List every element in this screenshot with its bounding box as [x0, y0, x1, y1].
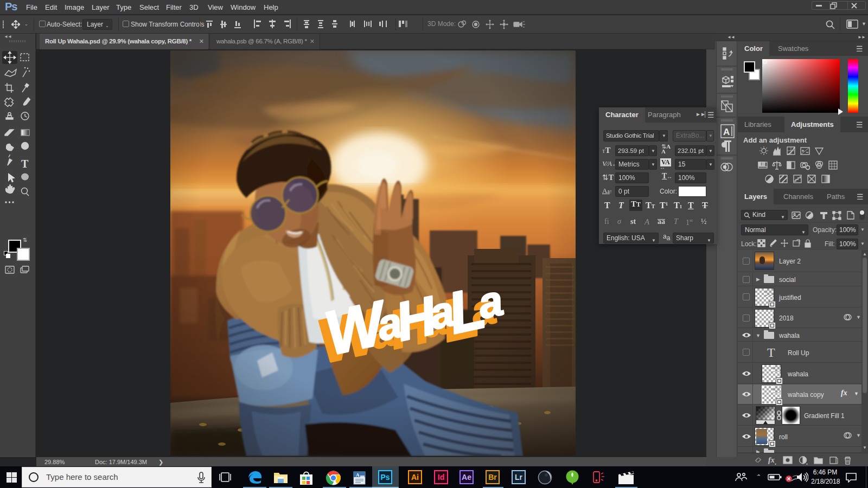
svg-text:fx: fx — [768, 456, 775, 464]
svg-text:T: T — [21, 158, 29, 170]
svg-text:A: A — [356, 472, 360, 478]
svg-text:A: A — [723, 127, 730, 137]
